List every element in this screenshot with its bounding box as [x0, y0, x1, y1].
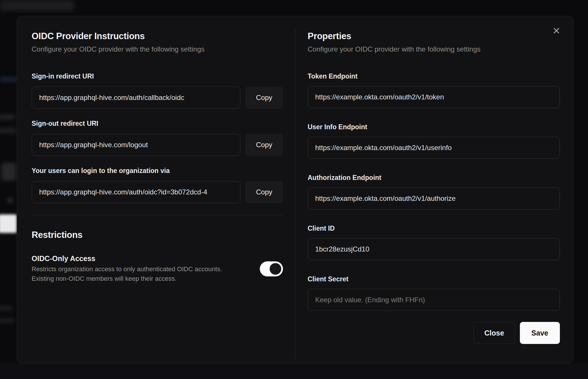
organization-login-copy-button[interactable]: Copy: [245, 181, 283, 203]
background-blur-artifact: [0, 318, 14, 323]
background-blur-artifact: [0, 306, 12, 311]
oidc-settings-modal: ✕ OIDC Provider Instructions Configure y…: [17, 16, 574, 363]
sign-in-redirect-uri-input[interactable]: [32, 87, 240, 109]
background-blur-artifact: [0, 114, 15, 120]
sign-out-redirect-uri-input[interactable]: [32, 134, 240, 156]
organization-login-uri-label: Your users can login to the organization…: [32, 166, 283, 175]
modal-action-buttons: Close Save: [308, 322, 560, 344]
token-endpoint-label: Token Endpoint: [308, 72, 560, 81]
authorization-endpoint-label: Authorization Endpoint: [308, 173, 560, 182]
oidc-only-access-row: OIDC-Only Access Restricts organization …: [32, 254, 283, 283]
close-button[interactable]: Close: [473, 322, 515, 344]
sign-in-redirect-uri-row: Copy: [32, 87, 283, 109]
authorization-endpoint-row: [308, 187, 560, 209]
sign-in-copy-button[interactable]: Copy: [245, 87, 283, 109]
toggle-thumb: [270, 263, 281, 275]
section-divider: [32, 215, 283, 215]
client-id-label: Client ID: [308, 224, 560, 233]
description-line-1: Restricts organization access to only au…: [32, 264, 260, 274]
client-secret-row: [308, 289, 560, 311]
background-blur-artifact: [8, 198, 13, 203]
restrictions-title: Restrictions: [32, 229, 283, 241]
oidc-only-access-label: OIDC-Only Access: [32, 254, 260, 263]
page-background-strip: [0, 363, 588, 379]
oidc-only-access-description: Restricts organization access to only au…: [32, 264, 260, 283]
user-info-endpoint-row: [308, 137, 560, 159]
client-id-input[interactable]: [308, 238, 560, 260]
properties-title: Properties: [308, 30, 560, 42]
instructions-title: OIDC Provider Instructions: [32, 30, 283, 42]
instructions-subtitle: Configure your OIDC provider with the fo…: [32, 45, 283, 54]
properties-subtitle: Configure your OIDC provider with the fo…: [308, 45, 560, 54]
user-info-endpoint-input[interactable]: [308, 137, 560, 159]
client-secret-input[interactable]: [308, 289, 560, 311]
sign-out-copy-button[interactable]: Copy: [245, 134, 283, 156]
user-info-endpoint-label: User Info Endpoint: [308, 123, 560, 131]
oidc-only-access-text: OIDC-Only Access Restricts organization …: [32, 254, 260, 283]
background-blur-artifact: [0, 76, 17, 83]
background-blur-artifact: [0, 214, 17, 233]
properties-section: Properties Configure your OIDC provider …: [308, 16, 560, 344]
sign-out-redirect-uri-label: Sign-out redirect URI: [32, 119, 283, 128]
background-blur-artifact: [0, 0, 74, 11]
organization-login-uri-row: Copy: [32, 181, 283, 203]
client-secret-label: Client Secret: [308, 275, 560, 283]
organization-login-uri-input[interactable]: [32, 181, 240, 203]
save-button[interactable]: Save: [520, 322, 560, 344]
authorization-endpoint-input[interactable]: [308, 187, 560, 209]
sign-in-redirect-uri-label: Sign-in redirect URI: [32, 72, 283, 81]
token-endpoint-row: [308, 86, 560, 108]
client-id-row: [308, 238, 560, 260]
sign-out-redirect-uri-row: Copy: [32, 134, 283, 156]
background-blur-artifact: [0, 128, 17, 133]
token-endpoint-input[interactable]: [308, 86, 560, 108]
oidc-instructions-section: OIDC Provider Instructions Configure you…: [32, 16, 283, 283]
description-line-2: Existing non-OIDC members will keep thei…: [32, 274, 260, 283]
oidc-only-access-toggle[interactable]: [260, 261, 283, 276]
background-blur-artifact: [1, 163, 16, 181]
column-divider: [295, 28, 295, 359]
